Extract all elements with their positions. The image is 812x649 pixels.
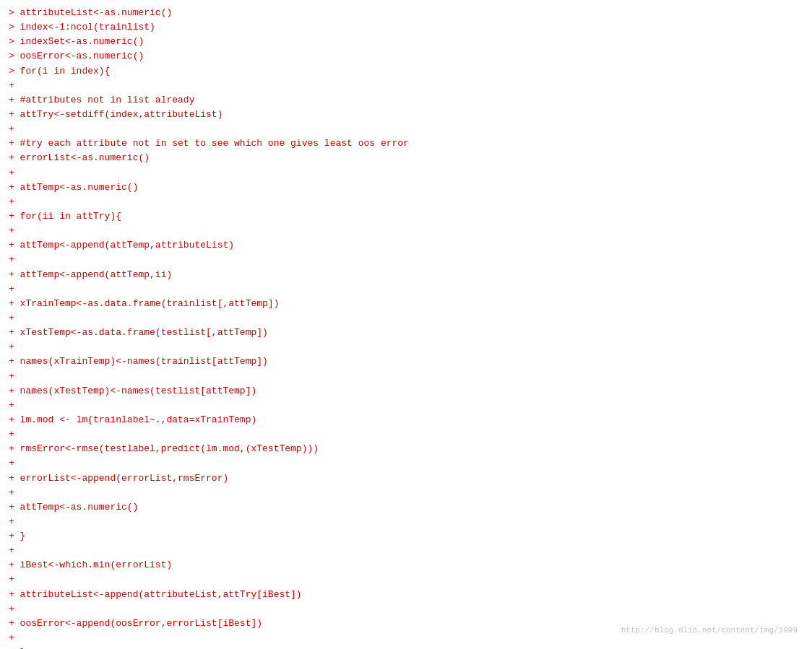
- console-line-13: +: [9, 195, 803, 209]
- console-output: > attributeList<-as.numeric()> index<-1:…: [9, 6, 803, 649]
- console-line-41: +: [9, 602, 803, 617]
- console-line-19: +: [9, 282, 803, 297]
- console-line-12: + attTemp<-as.numeric(): [9, 180, 803, 195]
- console-line-14: + for(ii in attTry){: [9, 209, 803, 224]
- console-line-5: +: [9, 79, 803, 93]
- console-line-22: + xTestTemp<-as.data.frame(testlist[,att…: [9, 326, 803, 340]
- console-line-38: + iBest<-which.min(errorList): [9, 558, 803, 572]
- console-line-31: +: [9, 456, 803, 471]
- console-line-3: > oosError<-as.numeric(): [9, 49, 803, 64]
- console-line-20: + xTrainTemp<-as.data.frame(trainlist[,a…: [9, 297, 803, 311]
- console-line-36: + }: [9, 529, 803, 544]
- console-line-4: > for(i in index){: [9, 64, 803, 79]
- console-line-7: + attTry<-setdiff(index,attributeList): [9, 108, 803, 122]
- console-line-30: + rmsError<-rmse(testlabel,predict(lm.mo…: [9, 442, 803, 456]
- console-line-23: +: [9, 340, 803, 354]
- console-line-15: +: [9, 224, 803, 238]
- console-line-18: + attTemp<-append(attTemp,ii): [9, 268, 803, 282]
- console-line-37: +: [9, 544, 803, 558]
- console-line-25: +: [9, 370, 803, 384]
- console-line-39: +: [9, 572, 803, 587]
- console-line-8: +: [9, 122, 803, 136]
- console-line-9: + #try each attribute not in set to see …: [9, 136, 803, 151]
- console-line-44: + }: [9, 645, 803, 649]
- console-line-1: > index<-1:ncol(trainlist): [9, 20, 803, 35]
- console-line-24: + names(xTrainTemp)<-names(trainlist[att…: [9, 354, 803, 369]
- console-line-17: +: [9, 253, 803, 267]
- console-line-21: +: [9, 311, 803, 326]
- console-line-34: + attTemp<-as.numeric(): [9, 500, 803, 515]
- console-line-2: > indexSet<-as.numeric(): [9, 35, 803, 49]
- console-line-35: +: [9, 515, 803, 529]
- console-line-11: +: [9, 166, 803, 180]
- console-line-32: + errorList<-append(errorList,rmsError): [9, 471, 803, 486]
- console-line-33: +: [9, 486, 803, 500]
- console-line-27: +: [9, 398, 803, 413]
- console-line-0: > attributeList<-as.numeric(): [9, 6, 803, 20]
- console-line-40: + attributeList<-append(attributeList,at…: [9, 588, 803, 602]
- console-line-6: + #attributes not in list already: [9, 93, 803, 108]
- console-line-16: + attTemp<-append(attTemp,attributeList): [9, 238, 803, 253]
- console-line-26: + names(xTestTemp)<-names(testlist[attTe…: [9, 384, 803, 398]
- watermark: http://blog.dlib.net/content/img/1999: [621, 626, 798, 635]
- console-line-10: + errorList<-as.numeric(): [9, 151, 803, 165]
- console-line-29: +: [9, 427, 803, 442]
- console-line-28: + lm.mod <- lm(trainlabel~.,data=xTrainT…: [9, 413, 803, 427]
